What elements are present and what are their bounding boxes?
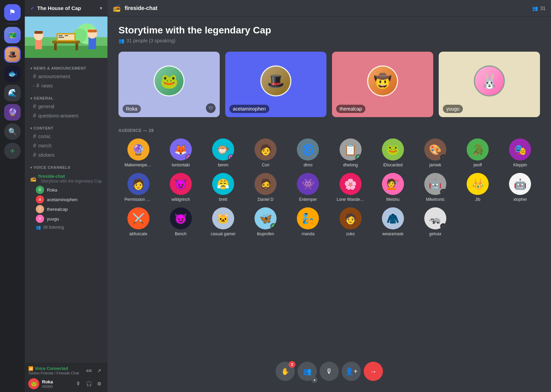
audience-avatar: 😤 (212, 173, 234, 195)
voice-connected-row: 📶 Voice Connected Tonton Friends / Fires… (28, 366, 104, 375)
audience-member-xtopher[interactable]: 🤖 xtopher (500, 173, 540, 202)
discord-home-button[interactable]: ⚑ (4, 4, 21, 21)
audience-member-brett[interactable]: 😤 brett (203, 173, 243, 202)
svg-rect-7 (34, 31, 43, 34)
audience-member-makemespeakrr[interactable]: 🔮 Makemespeakrr (118, 138, 158, 167)
audience-member-cori[interactable]: 🧑 Cori (246, 138, 285, 167)
category-general[interactable]: ▾ GENERAL (25, 91, 107, 102)
server-icon-3[interactable]: 🐟 (4, 65, 21, 82)
icon-bar: ⚑ 🐲 🎩 🐟 🌊 🔮 🔍 + (0, 0, 25, 392)
user-panel-actions: 🎙 🎧 ⚙ (74, 379, 104, 389)
audience-member-permission-man[interactable]: 🧑 Permission Man (118, 173, 158, 202)
add-speaker-button[interactable]: 👤+ (342, 362, 361, 381)
audience-member-abfuscate[interactable]: ⚔️ abfuscate (118, 207, 158, 236)
stage-area: Storytime with the legendary Cap 👥 31 pe… (107, 17, 551, 392)
audience-member-tontontaki[interactable]: 🦊 💜 tontontaki (161, 138, 200, 167)
audience-member-jib[interactable]: 👑 Jib (458, 173, 498, 202)
channel-general[interactable]: # general (28, 102, 105, 111)
speaker-card-therealcap[interactable]: 🤠 therealcap (332, 52, 433, 117)
audience-member-rnanda[interactable]: 🧞 rnanda (288, 207, 328, 236)
audience-member-jwoff[interactable]: 🐊 jwoff (458, 138, 498, 167)
speaker-card-yuugu[interactable]: 🐰 yuugu (439, 52, 540, 117)
audience-name: ibuprofen (257, 231, 274, 236)
audience-name: Bench (175, 231, 187, 236)
server-header[interactable]: ✓ The House of Cap ▾ (25, 0, 107, 17)
audience-avatar: 😈 (170, 173, 192, 195)
audience-name: Daniel D (258, 197, 273, 202)
server-icon-1[interactable]: 🐲 (4, 27, 21, 43)
speaker-card-acetaminophen[interactable]: 🎩 acetaminophen (225, 52, 326, 117)
search-icon: 🔍 (8, 127, 17, 136)
channel-news[interactable]: › # news (28, 81, 105, 90)
listeners-icon: 👥 (36, 225, 41, 230)
voice-participant-therealcap[interactable]: T therealcap (28, 204, 105, 214)
audience-member-idiscarded[interactable]: 🐸 iDiscarded (373, 138, 413, 167)
audience-member-benm[interactable]: 🐡 💜 benm (203, 138, 243, 167)
audience-member-wildgrinch[interactable]: 😈 wildgrinch (161, 173, 200, 202)
channel-comic[interactable]: # comic (28, 132, 105, 141)
category-voice[interactable]: ▾ VOICE CHANNELS (25, 160, 107, 171)
participant-name-yuugu: yuugu (47, 216, 59, 221)
channel-merch[interactable]: # merch (28, 141, 105, 150)
audience-name: Entemper (299, 197, 317, 202)
invite-icon: 👥 (303, 367, 312, 375)
server-icon-2[interactable]: 🎩 (4, 46, 21, 63)
add-server-button[interactable]: + (4, 143, 21, 159)
channel-merch-label: merch (38, 143, 52, 148)
server-icon-5[interactable]: 🔮 (4, 104, 21, 121)
category-content[interactable]: ▾ CONTENT (25, 121, 107, 132)
listeners-count: 38 listening (43, 225, 64, 230)
vc-signal-button[interactable]: ≡≡ (84, 366, 94, 375)
audience-member-casual-gamer[interactable]: 🐱 casual gamer (203, 207, 243, 236)
audience-member-dimo[interactable]: 🌀 dimo (288, 138, 328, 167)
discover-servers-button[interactable]: 🔍 (4, 123, 21, 140)
server-icon-4[interactable]: 🌊 (4, 85, 21, 101)
audience-member-ibuprofen[interactable]: 🦋 🎙 ibuprofen (246, 207, 285, 236)
channel-announcement[interactable]: # announcement (28, 72, 105, 81)
settings-button[interactable]: ⚙ (94, 379, 104, 389)
audience-member-lone-wanderer[interactable]: 🌸 Lone Wanderer (331, 173, 370, 202)
voice-participant-roka[interactable]: R Roka (28, 185, 105, 195)
speaker-card-roka[interactable]: 🐸 Roka 🛡 (118, 52, 220, 117)
audience-avatar: 🧥 (382, 207, 404, 229)
audience-member-zuko[interactable]: 🧑 zuko (331, 207, 370, 236)
audience-member-kleppin[interactable]: 🎭 Kleppin (500, 138, 540, 167)
audience-member-miketronic[interactable]: 🤖 ⚫ Miketronic (415, 173, 455, 202)
audience-avatar: 👑 (467, 173, 489, 195)
category-news[interactable]: ▾ NEWS & ANNOUNCEMENT (25, 61, 107, 72)
audience-member-getvax[interactable]: 🦡 ⚫ getvax (415, 207, 455, 236)
audience-member-dhelong[interactable]: 📋 🎙 dhelong (331, 138, 370, 167)
avatar-badge: 💜 (228, 154, 234, 161)
audience-name: Miketronic (426, 197, 445, 202)
audience-member-wearamask[interactable]: 🧥 wearamask (373, 207, 413, 236)
channel-questions-answers[interactable]: # questions-answers (28, 111, 105, 120)
leave-stage-button[interactable]: → (364, 362, 383, 381)
audience-member-daniel-d[interactable]: 🧔 Daniel D (246, 173, 285, 202)
raise-hand-button[interactable]: ✋ 2 (276, 362, 295, 381)
svg-rect-18 (65, 35, 68, 36)
audience-member-entemper[interactable]: 👾 Entemper (288, 173, 328, 202)
mic-button[interactable]: 🎙 (320, 362, 339, 381)
channel-general-label: general (38, 104, 54, 109)
audience-member-meishu[interactable]: 💇 Meishu (373, 173, 413, 202)
audience-member-bench[interactable]: 😈 Bench (161, 207, 200, 236)
invite-speaker-button[interactable]: 👥 ▾ (298, 362, 317, 381)
category-arrow-voice: ▾ (30, 166, 32, 169)
voice-participant-acetaminophen[interactable]: A acetaminophen (28, 195, 105, 204)
audience-name: zuko (346, 231, 355, 236)
audience-avatar: 🐡 💜 (212, 138, 234, 161)
audience-member-jamiek[interactable]: 🎨 ⚫ jamiek (415, 138, 455, 167)
deafen-button[interactable]: 🎧 (84, 379, 94, 389)
channel-stickers[interactable]: # stickers (28, 151, 105, 159)
voice-participant-yuugu[interactable]: Y yuugu (28, 214, 105, 224)
speaker-shield-roka: 🛡 (206, 103, 216, 113)
vc-phone-button[interactable]: ↗ (94, 366, 104, 375)
voice-channel-fireside[interactable]: 📻 fireside-chat Storytime with the legen… (28, 172, 105, 185)
user-panel-name: Roka (42, 379, 71, 384)
add-icon: + (10, 146, 15, 156)
audience-avatar: 📋 🎙 (340, 138, 362, 161)
category-arrow-news: ▾ (30, 66, 32, 70)
mute-button[interactable]: 🎙 (74, 379, 83, 389)
audience-avatar: 🎭 (509, 138, 531, 161)
server-avatar-3: 🐟 (4, 65, 21, 82)
